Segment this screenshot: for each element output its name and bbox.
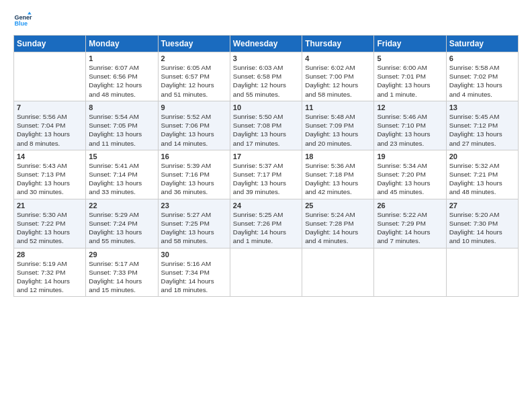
day-info: Sunrise: 5:58 AMSunset: 7:02 PMDaylight:… [449, 63, 515, 99]
calendar-cell: 12Sunrise: 5:46 AMSunset: 7:10 PMDayligh… [374, 101, 446, 150]
col-header-wednesday: Wednesday [230, 36, 302, 52]
day-info: Sunrise: 5:25 AMSunset: 7:26 PMDaylight:… [233, 210, 299, 246]
day-info: Sunrise: 5:30 AMSunset: 7:22 PMDaylight:… [17, 210, 83, 246]
day-number: 3 [233, 54, 299, 62]
day-number: 4 [305, 54, 371, 62]
day-info: Sunrise: 5:41 AMSunset: 7:14 PMDaylight:… [89, 161, 154, 197]
calendar-cell: 2Sunrise: 6:05 AMSunset: 6:57 PMDaylight… [158, 52, 230, 101]
calendar-cell: 20Sunrise: 5:32 AMSunset: 7:21 PMDayligh… [446, 150, 518, 199]
day-info: Sunrise: 6:02 AMSunset: 7:00 PMDaylight:… [305, 63, 371, 99]
day-number: 6 [449, 54, 515, 62]
calendar-cell: 8Sunrise: 5:54 AMSunset: 7:05 PMDaylight… [86, 101, 158, 150]
day-info: Sunrise: 5:45 AMSunset: 7:12 PMDaylight:… [449, 112, 515, 148]
page-container: General Blue SundayMondayTuesdayWednesda… [0, 0, 532, 304]
day-number: 30 [161, 250, 227, 259]
day-number: 22 [89, 201, 154, 210]
calendar-cell: 29Sunrise: 5:17 AMSunset: 7:33 PMDayligh… [86, 248, 158, 297]
day-number: 21 [17, 201, 83, 210]
calendar-cell: 14Sunrise: 5:43 AMSunset: 7:13 PMDayligh… [14, 150, 86, 199]
day-number: 27 [449, 201, 515, 210]
day-info: Sunrise: 5:39 AMSunset: 7:16 PMDaylight:… [161, 161, 227, 197]
calendar-cell: 11Sunrise: 5:48 AMSunset: 7:09 PMDayligh… [302, 101, 374, 150]
day-info: Sunrise: 5:54 AMSunset: 7:05 PMDaylight:… [89, 112, 154, 148]
calendar-cell: 7Sunrise: 5:56 AMSunset: 7:04 PMDaylight… [14, 101, 86, 150]
col-header-saturday: Saturday [446, 36, 518, 52]
calendar-cell: 18Sunrise: 5:36 AMSunset: 7:18 PMDayligh… [302, 150, 374, 199]
calendar-cell: 17Sunrise: 5:37 AMSunset: 7:17 PMDayligh… [230, 150, 302, 199]
day-info: Sunrise: 6:00 AMSunset: 7:01 PMDaylight:… [377, 63, 443, 99]
calendar-cell [302, 248, 374, 297]
calendar-cell: 23Sunrise: 5:27 AMSunset: 7:25 PMDayligh… [158, 199, 230, 248]
calendar-week-3: 14Sunrise: 5:43 AMSunset: 7:13 PMDayligh… [14, 150, 519, 199]
day-info: Sunrise: 5:56 AMSunset: 7:04 PMDaylight:… [17, 112, 83, 148]
calendar-cell: 16Sunrise: 5:39 AMSunset: 7:16 PMDayligh… [158, 150, 230, 199]
day-number: 18 [305, 152, 371, 161]
day-info: Sunrise: 5:24 AMSunset: 7:28 PMDaylight:… [305, 210, 371, 246]
calendar-cell: 26Sunrise: 5:22 AMSunset: 7:29 PMDayligh… [374, 199, 446, 248]
day-number: 11 [305, 103, 371, 111]
day-number: 25 [305, 201, 371, 210]
calendar-table: SundayMondayTuesdayWednesdayThursdayFrid… [13, 35, 519, 297]
day-number: 26 [377, 201, 443, 210]
day-number: 29 [89, 250, 154, 259]
calendar-cell: 13Sunrise: 5:45 AMSunset: 7:12 PMDayligh… [446, 101, 518, 150]
calendar-cell [14, 52, 86, 101]
calendar-cell: 27Sunrise: 5:20 AMSunset: 7:30 PMDayligh… [446, 199, 518, 248]
col-header-monday: Monday [86, 36, 158, 52]
calendar-cell: 3Sunrise: 6:03 AMSunset: 6:58 PMDaylight… [230, 52, 302, 101]
day-number: 20 [449, 152, 515, 161]
day-number: 15 [89, 152, 154, 161]
day-info: Sunrise: 5:27 AMSunset: 7:25 PMDaylight:… [161, 210, 227, 246]
header: General Blue [13, 11, 519, 30]
day-info: Sunrise: 5:16 AMSunset: 7:34 PMDaylight:… [161, 259, 227, 295]
calendar-cell: 4Sunrise: 6:02 AMSunset: 7:00 PMDaylight… [302, 52, 374, 101]
calendar-cell: 25Sunrise: 5:24 AMSunset: 7:28 PMDayligh… [302, 199, 374, 248]
day-info: Sunrise: 5:29 AMSunset: 7:24 PMDaylight:… [89, 210, 154, 246]
header-row: SundayMondayTuesdayWednesdayThursdayFrid… [14, 36, 519, 52]
day-info: Sunrise: 5:34 AMSunset: 7:20 PMDaylight:… [377, 161, 443, 197]
day-info: Sunrise: 5:48 AMSunset: 7:09 PMDaylight:… [305, 112, 371, 148]
calendar-cell [230, 248, 302, 297]
svg-marker-2 [28, 11, 32, 14]
day-number: 16 [161, 152, 227, 161]
day-number: 13 [449, 103, 515, 111]
day-info: Sunrise: 6:07 AMSunset: 6:56 PMDaylight:… [89, 63, 154, 99]
col-header-sunday: Sunday [14, 36, 86, 52]
calendar-week-5: 28Sunrise: 5:19 AMSunset: 7:32 PMDayligh… [14, 248, 519, 297]
day-number: 7 [17, 103, 83, 111]
day-number: 2 [161, 54, 227, 62]
calendar-cell [446, 248, 518, 297]
day-info: Sunrise: 5:32 AMSunset: 7:21 PMDaylight:… [449, 161, 515, 197]
day-number: 17 [233, 152, 299, 161]
day-info: Sunrise: 5:50 AMSunset: 7:08 PMDaylight:… [233, 112, 299, 148]
svg-text:General: General [14, 14, 32, 21]
day-number: 23 [161, 201, 227, 210]
day-info: Sunrise: 5:19 AMSunset: 7:32 PMDaylight:… [17, 259, 83, 295]
svg-text:Blue: Blue [14, 20, 28, 27]
calendar-cell: 6Sunrise: 5:58 AMSunset: 7:02 PMDaylight… [446, 52, 518, 101]
calendar-cell: 15Sunrise: 5:41 AMSunset: 7:14 PMDayligh… [86, 150, 158, 199]
day-info: Sunrise: 5:52 AMSunset: 7:06 PMDaylight:… [161, 112, 227, 148]
day-number: 9 [161, 103, 227, 111]
calendar-cell: 10Sunrise: 5:50 AMSunset: 7:08 PMDayligh… [230, 101, 302, 150]
day-number: 10 [233, 103, 299, 111]
day-number: 14 [17, 152, 83, 161]
col-header-tuesday: Tuesday [158, 36, 230, 52]
calendar-cell: 21Sunrise: 5:30 AMSunset: 7:22 PMDayligh… [14, 199, 86, 248]
day-number: 28 [17, 250, 83, 259]
day-info: Sunrise: 5:36 AMSunset: 7:18 PMDaylight:… [305, 161, 371, 197]
calendar-cell: 5Sunrise: 6:00 AMSunset: 7:01 PMDaylight… [374, 52, 446, 101]
calendar-cell [374, 248, 446, 297]
day-info: Sunrise: 5:46 AMSunset: 7:10 PMDaylight:… [377, 112, 443, 148]
day-number: 8 [89, 103, 154, 111]
calendar-week-4: 21Sunrise: 5:30 AMSunset: 7:22 PMDayligh… [14, 199, 519, 248]
day-info: Sunrise: 6:03 AMSunset: 6:58 PMDaylight:… [233, 63, 299, 99]
calendar-cell: 9Sunrise: 5:52 AMSunset: 7:06 PMDaylight… [158, 101, 230, 150]
day-number: 19 [377, 152, 443, 161]
day-number: 12 [377, 103, 443, 111]
day-number: 5 [377, 54, 443, 62]
logo-icon: General Blue [13, 11, 32, 30]
col-header-friday: Friday [374, 36, 446, 52]
day-info: Sunrise: 5:20 AMSunset: 7:30 PMDaylight:… [449, 210, 515, 246]
day-info: Sunrise: 5:17 AMSunset: 7:33 PMDaylight:… [89, 259, 154, 295]
